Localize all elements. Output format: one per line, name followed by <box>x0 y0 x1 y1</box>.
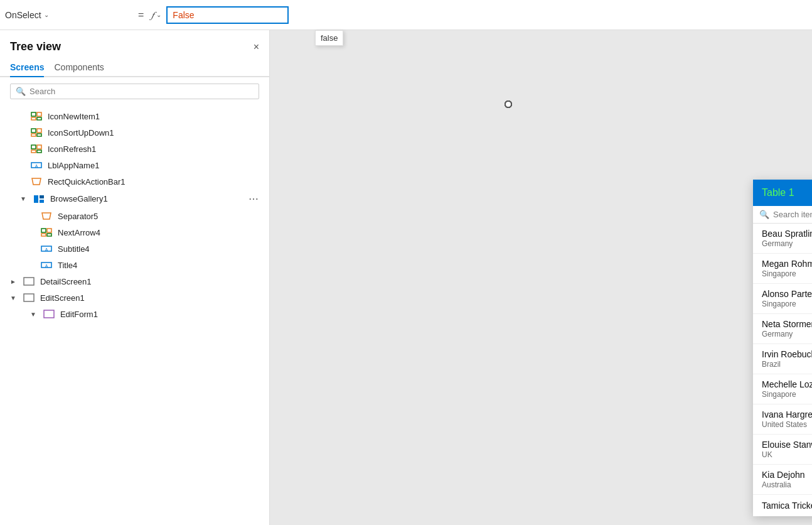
sidebar-title: Tree view <box>10 40 61 53</box>
sidebar-item-subtitle4[interactable]: A Subtitle4 <box>0 241 269 257</box>
gallery-item-1[interactable]: Megan Rohman Singapore > <box>753 254 812 284</box>
item-label-editForm1: EditForm1 <box>60 310 259 319</box>
gallery-item-content-8: Kia Dejohn Australia <box>762 470 812 489</box>
gallery-item-name-8: Kia Dejohn <box>762 470 812 480</box>
gallery-icon <box>33 194 45 204</box>
svg-text:A: A <box>45 247 48 252</box>
sidebar-item-lblAppName1[interactable]: A LblAppName1 <box>0 157 269 173</box>
gallery-item-4[interactable]: Irvin Roebuck Brazil > <box>753 344 812 374</box>
top-bar: OnSelect ⌄ = 𝑓 ⌄ <box>0 0 812 30</box>
separator-icon <box>40 211 53 221</box>
tree-list: IconNewItem1 IconSortUpDown1 IconRefresh… <box>0 106 269 525</box>
handle-bottom-right[interactable] <box>505 100 512 108</box>
gallery-list: Beau Spratling Germany > Megan Rohman Si… <box>753 224 812 516</box>
gallery-item-name-3: Neta Storment <box>762 319 812 329</box>
svg-rect-9 <box>37 145 41 149</box>
gallery-item-sub-0: Germany <box>762 239 812 248</box>
sidebar-item-separator5[interactable]: Separator5 <box>0 208 269 224</box>
sidebar-item-detailScreen1[interactable]: ► DetailScreen1 <box>0 273 269 290</box>
sidebar-item-iconNewItem1[interactable]: IconNewItem1 <box>0 108 269 124</box>
more-options-icon[interactable]: ⋯ <box>248 193 259 205</box>
sidebar: Tree view × Screens Components 🔍 IconNew… <box>0 30 270 525</box>
gallery-search-input[interactable] <box>773 210 812 219</box>
gallery-item-name-6: Ivana Hargreaves <box>762 409 812 419</box>
expand-arrow-icon: ▼ <box>20 195 26 202</box>
gallery-header: Table 1 ↻ ⇵ + <box>753 180 812 206</box>
search-input[interactable] <box>29 87 254 96</box>
gallery-item-7[interactable]: Elouise Stanwood UK > <box>753 435 812 465</box>
property-chevron-icon: ⌄ <box>44 11 49 18</box>
item-label-separator5: Separator5 <box>58 212 259 221</box>
equals-sign: = <box>136 9 146 21</box>
rect-icon <box>30 176 43 187</box>
gallery-item-0[interactable]: Beau Spratling Germany > <box>753 224 812 254</box>
fx-chevron-icon[interactable]: ⌄ <box>156 11 161 18</box>
gallery-item-content-4: Irvin Roebuck Brazil <box>762 349 812 369</box>
gallery-item-sub-3: Germany <box>762 330 812 338</box>
svg-rect-4 <box>31 129 36 133</box>
item-label-nextArrow4: NextArrow4 <box>58 228 259 237</box>
gallery-item-sub-1: Singapore <box>762 269 812 278</box>
item-label-subtitle4: Subtitle4 <box>58 244 259 254</box>
svg-rect-8 <box>31 145 36 149</box>
item-label-iconSortUpDown1: IconSortUpDown1 <box>48 128 259 138</box>
sidebar-item-editForm1[interactable]: ▼ EditForm1 <box>0 306 269 322</box>
gallery-item-content-6: Ivana Hargreaves United States <box>762 409 812 429</box>
gallery-item-content-2: Alonso Partee Singapore <box>762 289 812 308</box>
sidebar-item-rectQuickActionBar1[interactable]: RectQuickActionBar1 <box>0 173 269 190</box>
svg-rect-22 <box>47 234 51 236</box>
sidebar-item-browseGallery1[interactable]: ▼ BrowseGallery1 ⋯ <box>0 190 269 208</box>
gallery-item-name-2: Alonso Partee <box>762 289 812 299</box>
svg-marker-18 <box>42 213 51 219</box>
tab-screens[interactable]: Screens <box>10 58 44 77</box>
item-label-lblAppName1: LblAppName1 <box>48 161 259 170</box>
collapsed-arrow-icon: ► <box>10 278 16 285</box>
sidebar-item-title4[interactable]: A Title4 <box>0 257 269 273</box>
gallery-item-name-5: Mechelle Lozano <box>762 379 812 389</box>
item-label-detailScreen1: DetailScreen1 <box>40 277 259 286</box>
svg-rect-3 <box>37 117 41 120</box>
item-label-editScreen1: EditScreen1 <box>40 293 259 303</box>
svg-rect-1 <box>37 112 41 116</box>
sidebar-item-nextArrow4[interactable]: NextArrow4 <box>0 224 269 241</box>
svg-rect-16 <box>40 195 44 198</box>
svg-rect-29 <box>44 310 54 318</box>
main-content: Tree view × Screens Components 🔍 IconNew… <box>0 30 812 525</box>
gallery-item-6[interactable]: Ivana Hargreaves United States > <box>753 404 812 435</box>
gallery-item-5[interactable]: Mechelle Lozano Singapore > <box>753 374 812 404</box>
svg-rect-5 <box>37 129 41 133</box>
sidebar-item-editScreen1[interactable]: ▼ EditScreen1 <box>0 290 269 306</box>
property-dropdown[interactable]: OnSelect ⌄ <box>5 10 49 20</box>
gallery-item-sub-4: Brazil <box>762 360 812 369</box>
svg-rect-17 <box>40 200 44 203</box>
formula-input[interactable] <box>166 6 289 24</box>
item-label-title4: Title4 <box>58 261 259 270</box>
gallery-search-icon: 🔍 <box>759 210 769 219</box>
editform-icon <box>43 309 55 319</box>
item-label-iconRefresh1: IconRefresh1 <box>48 144 259 154</box>
svg-rect-11 <box>37 150 41 153</box>
gallery-item-name-7: Elouise Stanwood <box>762 440 812 450</box>
svg-rect-6 <box>31 134 36 136</box>
component-icon3 <box>30 144 43 154</box>
search-icon: 🔍 <box>16 87 26 96</box>
tab-components[interactable]: Components <box>54 58 104 77</box>
svg-rect-20 <box>47 229 51 232</box>
gallery-item-content-9: Tamica Trickett <box>762 501 812 511</box>
sidebar-tabs: Screens Components <box>0 58 269 77</box>
sidebar-item-iconRefresh1[interactable]: IconRefresh1 <box>0 141 269 157</box>
gallery-item-content-7: Elouise Stanwood UK <box>762 440 812 459</box>
gallery-item-2[interactable]: Alonso Partee Singapore > <box>753 284 812 314</box>
subtitle-icon: A <box>40 244 53 254</box>
gallery-item-9[interactable]: Tamica Trickett > <box>753 495 812 516</box>
svg-text:A: A <box>35 164 38 168</box>
sidebar-item-iconSortUpDown1[interactable]: IconSortUpDown1 <box>0 124 269 141</box>
sidebar-close-button[interactable]: × <box>254 41 259 53</box>
svg-text:A: A <box>45 264 48 268</box>
formula-autocomplete[interactable]: false <box>315 30 343 46</box>
gallery-item-content-1: Megan Rohman Singapore <box>762 259 812 278</box>
gallery-panel: Table 1 ↻ ⇵ + 🔍 Beau Spratling Germany <box>753 180 812 516</box>
sidebar-header: Tree view × <box>0 30 269 58</box>
gallery-item-3[interactable]: Neta Storment Germany > <box>753 314 812 344</box>
gallery-item-8[interactable]: Kia Dejohn Australia > <box>753 465 812 495</box>
